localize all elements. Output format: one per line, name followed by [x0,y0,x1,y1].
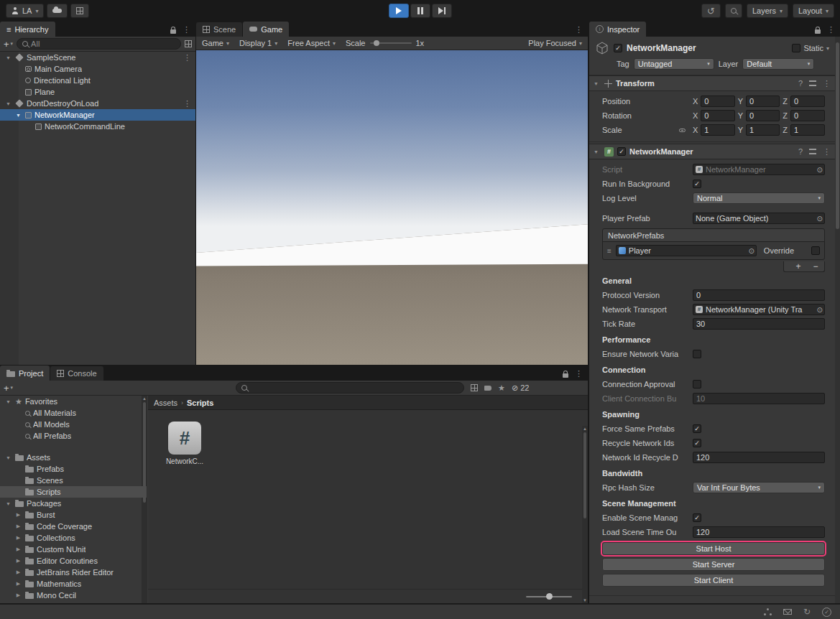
save-search-star-icon[interactable]: ★ [498,383,505,393]
drag-handle-icon[interactable]: ≡ [607,247,611,255]
tree-item-collections[interactable]: ▶Collections [0,532,147,544]
hidden-packages-count[interactable]: ⊘ 22 [512,383,529,393]
checkbox[interactable]: ✓ [693,439,701,447]
dropdown[interactable]: Var Int Four Bytes▾ [693,482,825,493]
tab-console[interactable]: Console [50,366,103,381]
axis-field[interactable]: 0 [746,110,780,121]
presets-icon[interactable] [809,80,816,86]
lock-icon[interactable] [170,29,176,34]
icon-size-slider[interactable] [526,596,572,597]
expand-arrow[interactable]: ▼ [4,501,12,506]
dropdown[interactable]: Normal▾ [693,192,825,204]
scale-slider[interactable] [370,42,412,44]
more-icon[interactable]: ⋮ [823,147,831,157]
tree-item-mono-cecil[interactable]: ▶Mono Cecil [0,590,147,601]
account-button[interactable]: LA ▾ [6,4,44,18]
help-icon[interactable]: ? [798,147,803,156]
network-prefab-entry[interactable]: ≡ Player ⊙ Override [603,242,824,259]
expand-arrow[interactable]: ▼ [4,55,12,60]
add-prefab-button[interactable]: + [790,262,807,271]
tab-game[interactable]: Game [243,22,289,37]
link-scale-icon[interactable] [679,129,686,132]
layer-dropdown[interactable]: Default▾ [742,58,814,70]
tree-item-main-camera[interactable]: Main Camera [0,63,195,75]
text-field[interactable]: 0 [693,289,825,301]
tree-item-plane[interactable]: Plane [0,86,195,98]
axis-field[interactable]: 0 [790,96,825,107]
tree-item-scripts[interactable]: Scripts [0,486,147,498]
tree-item-custom-nunit[interactable]: ▶Custom NUnit [0,544,147,555]
cloud-button[interactable] [47,4,68,18]
expand-arrow[interactable]: ▶ [14,581,22,587]
static-checkbox[interactable] [792,44,800,52]
object-field[interactable]: #NetworkManager (Unity Tra⊙ [693,304,825,315]
active-checkbox[interactable]: ✓ [614,44,622,52]
check-circle-icon[interactable]: ✓ [822,608,831,617]
tree-item-burst[interactable]: ▶Burst [0,509,147,521]
prefab-object-field[interactable]: Player ⊙ [616,245,757,256]
item-menu-icon[interactable]: ⋮ [183,99,191,108]
object-picker-icon[interactable]: ⊙ [817,215,823,223]
version-control-button[interactable] [70,4,89,18]
asset-grid-scrollbar[interactable]: ▲▼ [582,426,588,603]
tree-item-jetbrains-rider-editor[interactable]: ▶JetBrains Rider Editor [0,567,147,578]
expand-arrow[interactable]: ▶ [14,535,22,541]
hierarchy-search-input[interactable]: All [17,38,181,50]
game-viewport[interactable] [196,50,588,365]
aspect-dropdown[interactable]: Free Aspect▾ [287,39,336,47]
tree-item-samplescene[interactable]: ▼SampleScene⋮ [0,52,195,63]
text-field[interactable]: 30 [693,318,825,330]
slider-thumb[interactable] [546,593,553,600]
gameobject-name[interactable]: NetworkManager [627,43,696,53]
tree-item-mathematics[interactable]: ▶Mathematics [0,578,147,590]
object-field[interactable]: #NetworkManager⊙ [693,164,825,175]
play-button[interactable] [389,4,409,18]
expand-arrow[interactable]: ▶ [14,546,22,552]
expand-arrow[interactable]: ▶ [14,512,22,518]
tab-hierarchy[interactable]: ≡ Hierarchy [0,22,55,37]
tree-item-directional-light[interactable]: Directional Light [0,75,195,86]
text-field[interactable]: 120 [693,526,825,538]
tree-item-code-coverage[interactable]: ▶Code Coverage [0,521,147,532]
tree-item-editor-coroutines[interactable]: ▶Editor Coroutines [0,555,147,567]
tree-item-packages[interactable]: ▼Packages [0,498,147,509]
expand-arrow[interactable]: ▶ [14,523,22,529]
refresh-icon[interactable]: ↻ [803,607,811,617]
expand-arrow[interactable]: ▼ [4,101,12,106]
axis-field[interactable]: 0 [746,96,780,107]
scene-filter-icon[interactable] [185,40,192,47]
asset-networkc[interactable]: #NetworkC... [164,422,206,465]
checkbox[interactable]: ✓ [693,513,701,522]
play-focused-dropdown[interactable]: Play Focused▾ [528,39,582,47]
tree-item-assets[interactable]: ▼Assets [0,452,147,463]
text-field[interactable]: 10 [693,393,825,404]
start-host-button[interactable]: Start Host [602,542,825,555]
axis-field[interactable]: 1 [746,124,780,136]
tab-inspector[interactable]: i Inspector [589,22,646,37]
tag-dropdown[interactable]: Untagged▾ [634,58,714,70]
axis-field[interactable]: 0 [790,110,825,121]
expand-arrow[interactable]: ▼ [14,113,22,118]
checkbox[interactable] [693,380,701,388]
step-button[interactable] [432,4,452,18]
tree-item-favorites[interactable]: ▼★Favorites [0,396,147,407]
object-picker-icon[interactable]: ⊙ [748,247,754,255]
more-icon[interactable]: ⋮ [183,25,190,34]
checkbox[interactable] [693,350,701,358]
foldout-arrow[interactable]: ▼ [594,149,601,154]
start-server-button[interactable]: Start Server [602,558,825,571]
search-button[interactable] [725,4,742,18]
more-icon[interactable]: ⋮ [823,79,831,88]
undo-history-button[interactable]: ↺ [701,4,721,18]
expand-arrow[interactable]: ▶ [14,592,22,598]
tab-scene[interactable]: Scene [196,22,242,37]
pause-button[interactable] [410,4,430,18]
component-enabled-checkbox[interactable]: ✓ [617,147,626,156]
more-icon[interactable]: ⋮ [575,25,583,34]
search-by-type-icon[interactable] [471,384,478,391]
breadcrumb-assets[interactable]: Assets [154,399,177,407]
add-asset-button[interactable]: +▾ [4,383,13,394]
start-client-button[interactable]: Start Client [602,574,825,587]
expand-arrow[interactable]: ▶ [14,569,22,575]
expand-arrow[interactable]: ▶ [14,558,22,564]
